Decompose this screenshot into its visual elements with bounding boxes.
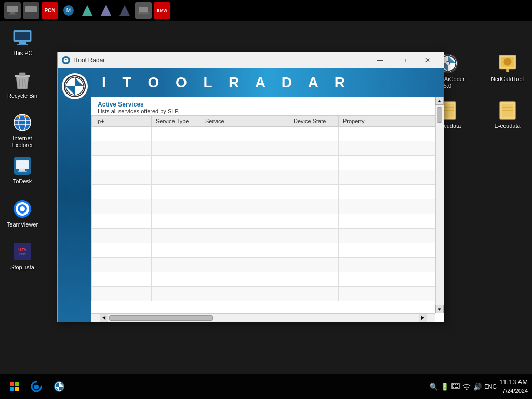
scroll-down-arrow[interactable]: ▼	[435, 305, 444, 313]
table-cell	[152, 127, 201, 141]
scroll-thumb-h[interactable]	[109, 315, 213, 321]
desktop-icon-todesk[interactable]: ToDesk	[4, 153, 41, 187]
table-cell	[339, 243, 435, 258]
table-cell	[339, 200, 435, 214]
window-sidebar	[58, 68, 91, 322]
teamviewer-label: TeamViewer	[7, 221, 38, 228]
svg-rect-12	[15, 32, 30, 40]
clock-time: 11:13 AM	[499, 378, 528, 387]
scroll-left-arrow[interactable]: ◀	[100, 314, 108, 322]
battery-icon[interactable]: 🔋	[441, 383, 449, 391]
svg-rect-65	[453, 384, 454, 385]
svg-point-33	[20, 206, 25, 211]
table-cell	[152, 287, 201, 301]
banner: I T O O L R A D A R	[91, 68, 444, 97]
search-icon[interactable]: 🔍	[430, 383, 438, 391]
window-titlebar[interactable]: ITool Radar — □ ✕	[58, 52, 444, 68]
desktop-icon-e-ecudata[interactable]: E-ecudata	[488, 98, 527, 131]
desktop-icon-this-pc[interactable]: This PC	[4, 25, 41, 59]
table-cell	[289, 258, 339, 272]
svg-rect-0	[7, 6, 18, 12]
table-cell	[201, 229, 289, 243]
table-cell	[152, 185, 201, 200]
table-row	[92, 170, 435, 185]
table-cell	[92, 243, 152, 258]
svg-marker-7	[101, 5, 111, 16]
svg-text:ISTA: ISTA	[18, 248, 26, 251]
table-cell	[201, 141, 289, 156]
stop-ista-label: Stop_ista	[10, 264, 34, 271]
table-scroll-area[interactable]: ▲ ▼ Active Services Lists all services o…	[91, 97, 444, 322]
top-app-5[interactable]	[79, 2, 96, 19]
table-cell	[152, 229, 201, 243]
svg-rect-59	[15, 382, 19, 386]
top-app-7[interactable]	[116, 2, 133, 19]
top-app-6[interactable]	[98, 2, 114, 19]
table-cell	[339, 170, 435, 185]
taskbar-itool[interactable]	[49, 376, 70, 397]
table-cell	[92, 272, 152, 287]
table-row	[92, 200, 435, 214]
horizontal-scrollbar[interactable]: ◀ ▶	[91, 313, 435, 322]
itool-radar-window: ITool Radar — □ ✕	[57, 52, 444, 322]
table-row	[92, 156, 435, 170]
scroll-thumb-v[interactable]	[437, 107, 442, 123]
desktop-icon-stop-ista[interactable]: ISTA INST Stop_ista	[4, 239, 41, 273]
col-service: Service	[201, 116, 289, 127]
table-cell	[92, 127, 152, 141]
top-app-1[interactable]	[4, 2, 21, 19]
network-icon[interactable]	[462, 382, 471, 391]
table-cell	[339, 214, 435, 229]
start-button[interactable]	[4, 376, 25, 397]
taskbar-bottom: 🔍 🔋 🔊 ENG 11:13 AM 7/24/2024	[0, 374, 532, 399]
taskbar-time[interactable]: 11:13 AM 7/24/2024	[499, 378, 528, 394]
desktop-icon-ie[interactable]: Internet Explorer	[4, 110, 41, 151]
top-app-8[interactable]	[135, 2, 152, 19]
svg-rect-69	[455, 387, 457, 388]
window-title: ITool Radar	[73, 57, 368, 64]
table-cell	[289, 229, 339, 243]
keyboard-icon[interactable]	[451, 383, 460, 390]
scroll-up-arrow[interactable]: ▲	[435, 97, 444, 105]
table-cell	[92, 214, 152, 229]
vertical-scrollbar[interactable]: ▲ ▼	[435, 97, 444, 313]
table-cell	[92, 185, 152, 200]
svg-rect-64	[452, 383, 459, 389]
svg-rect-16	[19, 73, 25, 75]
ncd-label: NcdCafdTool	[491, 76, 524, 83]
desktop-icon-teamviewer[interactable]: TeamViewer	[4, 196, 41, 230]
taskbar-edge[interactable]	[26, 376, 47, 397]
table-cell	[201, 243, 289, 258]
scroll-right-arrow[interactable]: ▶	[419, 314, 427, 322]
desktop-icon-ncd[interactable]: NcdCafdTool	[488, 51, 527, 85]
svg-rect-28	[19, 169, 25, 171]
table-cell	[201, 156, 289, 170]
table-row	[92, 127, 435, 141]
top-app-4[interactable]: M	[60, 2, 77, 19]
top-app-9[interactable]: BMW	[154, 2, 170, 19]
svg-point-44	[503, 58, 511, 66]
table-cell	[289, 200, 339, 214]
close-button[interactable]: ✕	[416, 52, 440, 68]
svg-rect-68	[453, 387, 454, 388]
table-cell	[339, 229, 435, 243]
volume-icon[interactable]: 🔊	[473, 383, 482, 391]
e-ecudata-label: E-ecudata	[494, 123, 520, 129]
svg-marker-8	[119, 5, 130, 16]
table-cell	[289, 141, 339, 156]
table-cell	[152, 272, 201, 287]
col-device-state: Device State	[289, 116, 339, 127]
minimize-button[interactable]: —	[368, 52, 392, 68]
desktop-icon-recycle-bin[interactable]: Recycle Bin	[4, 68, 41, 101]
top-app-2[interactable]	[23, 2, 39, 19]
table-cell	[152, 141, 201, 156]
table-cell	[201, 272, 289, 287]
table-cell	[92, 141, 152, 156]
table-row	[92, 272, 435, 287]
svg-rect-3	[25, 6, 37, 12]
language-indicator[interactable]: ENG	[484, 383, 497, 390]
maximize-button[interactable]: □	[392, 52, 416, 68]
table-cell	[152, 214, 201, 229]
svg-rect-2	[8, 14, 17, 15]
top-app-3[interactable]: PCN	[42, 2, 58, 19]
